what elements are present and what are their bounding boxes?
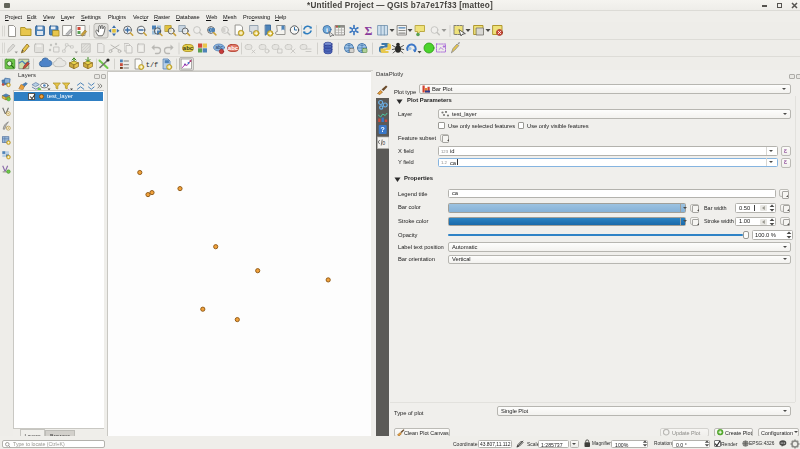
svg-text:i: i	[326, 26, 328, 33]
svg-text:Σ: Σ	[365, 24, 373, 38]
svg-text:t/f: t/f	[146, 61, 159, 69]
svg-text:O: O	[382, 141, 385, 147]
svg-text:abc: abc	[183, 45, 194, 51]
svg-text:?: ?	[380, 126, 384, 133]
svg-text:abc: abc	[228, 45, 239, 51]
